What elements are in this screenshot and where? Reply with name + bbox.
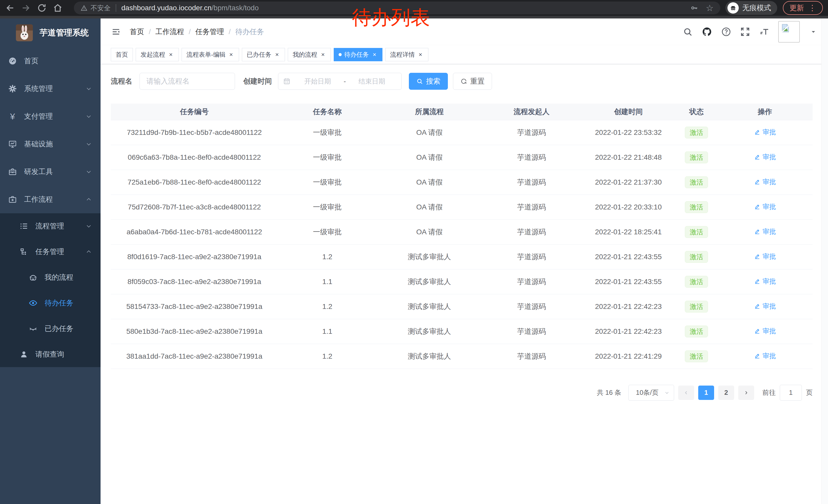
tree-icon: [19, 247, 28, 256]
browser-menu-icon[interactable]: ⋮: [809, 4, 816, 12]
tab-process-detail[interactable]: 流程详情×: [385, 48, 428, 61]
sidebar-item-devtools[interactable]: 研发工具: [0, 158, 100, 186]
reset-button[interactable]: 重置: [453, 73, 492, 90]
cell-task-id: 8f0d1619-7ac8-11ec-a9e2-a2380e71991a: [111, 244, 278, 269]
approve-link[interactable]: 审批: [754, 352, 776, 360]
sidebar-item-my-process[interactable]: 我的流程: [0, 265, 100, 290]
approve-link[interactable]: 审批: [754, 277, 776, 286]
edit-icon: [754, 178, 760, 185]
search-button[interactable]: 搜索: [409, 73, 448, 90]
sidebar-item-system[interactable]: 系统管理: [0, 75, 100, 102]
cell-status: 激活: [676, 220, 717, 244]
chevron-up-icon: [86, 196, 92, 202]
approve-link[interactable]: 审批: [754, 177, 776, 186]
sidebar-item-done-tasks[interactable]: 已办任务: [0, 316, 100, 341]
not-secure-icon: [81, 5, 87, 11]
sidebar-item-leave-query[interactable]: 请假查询: [0, 341, 100, 367]
avatar[interactable]: [778, 21, 800, 43]
sidebar-item-task-mgmt[interactable]: 任务管理: [0, 239, 100, 265]
sidebar-item-payment[interactable]: ¥ 支付管理: [0, 102, 100, 130]
home-icon[interactable]: [53, 3, 63, 13]
tab-my-process[interactable]: 我的流程×: [288, 48, 331, 61]
fullscreen-icon[interactable]: [740, 27, 750, 37]
table-row: 8f059c03-7ac8-11ec-a9e2-a2380e71991a 1.1…: [111, 269, 813, 294]
collapse-sidebar-icon[interactable]: [111, 28, 121, 36]
breadcrumb-workflow[interactable]: 工作流程: [156, 27, 184, 37]
close-icon[interactable]: ×: [417, 51, 423, 58]
eye-icon: [29, 299, 37, 307]
search-icon[interactable]: [683, 27, 693, 37]
sidebar-item-workflow[interactable]: 工作流程: [0, 186, 100, 213]
help-icon[interactable]: [721, 27, 731, 37]
close-icon[interactable]: ×: [274, 51, 280, 58]
sidebar-item-label: 系统管理: [24, 84, 53, 94]
sidebar-item-todo-tasks[interactable]: 待办任务: [0, 290, 100, 316]
password-key-icon[interactable]: [691, 4, 698, 12]
app-logo[interactable]: 芋道管理系统: [0, 18, 100, 47]
approve-link[interactable]: 审批: [754, 202, 776, 211]
cell-created: 2022-01-21 22:43:55: [581, 244, 676, 269]
approve-link[interactable]: 审批: [754, 327, 776, 335]
cell-status: 激活: [676, 294, 717, 319]
date-range-picker[interactable]: 开始日期 - 结束日期: [278, 73, 402, 90]
sidebar-item-label: 基础设施: [24, 139, 53, 149]
update-button[interactable]: 更新 ⋮: [783, 1, 823, 15]
cell-actions: 审批: [717, 170, 813, 194]
status-badge: 激活: [685, 176, 708, 188]
close-icon[interactable]: ×: [371, 51, 378, 58]
filter-bar: 流程名 创建时间 开始日期 - 结束日期 搜索 重置: [111, 73, 813, 90]
user-icon: [19, 350, 28, 359]
approve-label: 审批: [762, 202, 776, 211]
cell-process: OA 请假: [377, 220, 482, 244]
breadcrumb-task-mgmt[interactable]: 任务管理: [196, 27, 224, 37]
approve-link[interactable]: 审批: [754, 152, 776, 162]
breadcrumb-home[interactable]: 首页: [130, 27, 144, 37]
cell-status: 激活: [676, 244, 717, 269]
scrollbar[interactable]: [821, 18, 828, 504]
bookmark-star-icon[interactable]: ☆: [706, 4, 714, 12]
tab-home[interactable]: 首页: [111, 48, 133, 61]
goto-page-input[interactable]: [780, 385, 802, 401]
page-2-button[interactable]: 2: [718, 385, 734, 400]
page-size-select[interactable]: 10条/页: [628, 385, 674, 401]
breadcrumb: 首页 / 工作流程 / 任务管理 / 待办任务: [130, 27, 268, 37]
forward-icon[interactable]: [21, 3, 31, 13]
chevron-down-icon: [86, 113, 92, 120]
sidebar-item-infrastructure[interactable]: 基础设施: [0, 130, 100, 158]
cell-task-id: 73211d9d-7b9b-11ec-b5b7-acde48001122: [111, 120, 278, 145]
url-divider: [116, 4, 116, 12]
next-page-button[interactable]: [738, 385, 754, 400]
tab-start-process[interactable]: 发起流程×: [136, 48, 179, 61]
table-row: 73211d9d-7b9b-11ec-b5b7-acde48001122 一级审…: [111, 120, 813, 145]
approve-link[interactable]: 审批: [754, 252, 776, 261]
font-size-icon[interactable]: [759, 27, 769, 37]
github-icon[interactable]: [702, 27, 712, 37]
reload-icon[interactable]: [37, 3, 47, 13]
chevron-left-icon: [683, 390, 689, 396]
approve-label: 审批: [762, 152, 776, 162]
process-name-input[interactable]: [147, 77, 228, 85]
sidebar-item-home[interactable]: 首页: [0, 47, 100, 75]
tab-form-edit[interactable]: 流程表单-编辑×: [181, 48, 239, 61]
close-icon[interactable]: ×: [168, 51, 174, 58]
cell-actions: 审批: [717, 220, 813, 244]
close-icon[interactable]: ×: [228, 51, 234, 58]
edit-icon: [754, 153, 760, 160]
annotation-overlay: 待办列表: [352, 5, 430, 31]
page-1-button[interactable]: 1: [698, 385, 714, 400]
approve-link[interactable]: 审批: [754, 227, 776, 236]
back-icon[interactable]: [5, 3, 15, 13]
status-badge: 激活: [685, 326, 708, 337]
prev-page-button[interactable]: [678, 385, 694, 400]
approve-link[interactable]: 审批: [754, 128, 776, 137]
cell-task-name: 1.2: [278, 294, 377, 319]
close-icon[interactable]: ×: [320, 51, 326, 58]
cell-starter: 芋道源码: [482, 344, 581, 369]
sidebar-item-process-mgmt[interactable]: 流程管理: [0, 213, 100, 239]
caret-down-icon[interactable]: [810, 29, 817, 35]
tab-todo-tasks[interactable]: 待办任务×: [334, 48, 382, 61]
sidebar-item-label: 已办任务: [45, 324, 73, 333]
tab-done-tasks[interactable]: 已办任务×: [242, 48, 285, 61]
edit-icon: [754, 278, 760, 284]
approve-link[interactable]: 审批: [754, 302, 776, 311]
